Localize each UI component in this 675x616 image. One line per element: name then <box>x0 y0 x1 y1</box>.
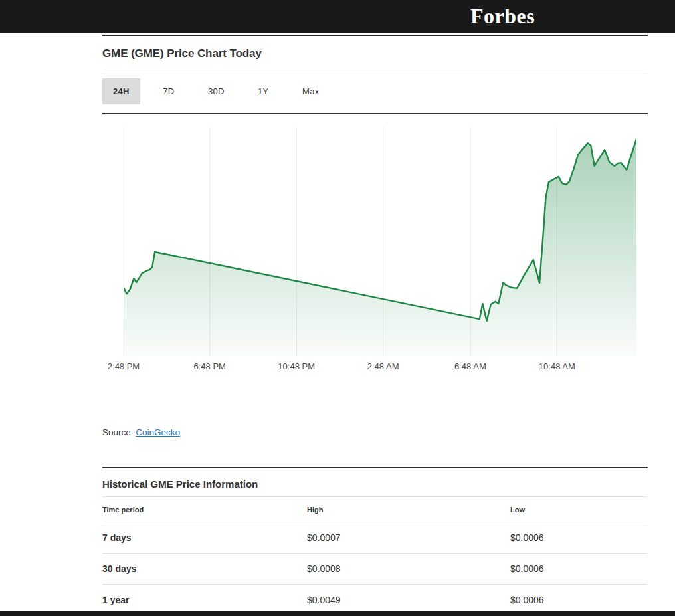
price-chart-area: 2:48 PM6:48 PM10:48 PM2:48 AM6:48 AM10:4… <box>102 114 648 371</box>
table-row: 7 days $0.0007 $0.0006 <box>102 522 648 554</box>
top-nav-bar: Forbes <box>0 0 675 33</box>
historical-title: Historical GME Price Information <box>102 468 648 497</box>
historical-price-table: Time period High Low 7 days $0.0007 $0.0… <box>102 497 648 615</box>
x-axis-label: 6:48 PM <box>193 361 225 371</box>
price-chart-svg[interactable] <box>124 127 636 356</box>
main-content: GME (GME) Price Chart Today 24H 7D 30D 1… <box>102 33 648 615</box>
period-7-days: 7 days <box>102 522 307 554</box>
coingecko-link[interactable]: CoinGecko <box>136 427 180 437</box>
period-30-days: 30 days <box>102 554 307 585</box>
source-line: Source: CoinGecko <box>102 427 648 437</box>
forbes-logo[interactable]: Forbes <box>470 3 535 29</box>
page-title: GME (GME) Price Chart Today <box>102 36 648 70</box>
x-axis-label: 6:48 AM <box>454 361 486 371</box>
tab-30d[interactable]: 30D <box>197 78 235 104</box>
col-header-low: Low <box>510 497 648 522</box>
table-header-row: Time period High Low <box>102 497 648 522</box>
low-7-days: $0.0006 <box>510 522 648 554</box>
high-7-days: $0.0007 <box>307 522 510 554</box>
source-label: Source: <box>102 427 134 437</box>
table-row: 30 days $0.0008 $0.0006 <box>102 554 648 585</box>
low-30-days: $0.0006 <box>510 554 648 585</box>
x-axis-label: 10:48 PM <box>278 361 315 371</box>
tab-1y[interactable]: 1Y <box>247 78 280 104</box>
x-axis-label: 2:48 AM <box>367 361 399 371</box>
range-tabs: 24H 7D 30D 1Y Max <box>102 70 648 114</box>
high-30-days: $0.0008 <box>307 554 510 585</box>
tab-7d[interactable]: 7D <box>152 78 185 104</box>
page: Forbes GME (GME) Price Chart Today 24H 7… <box>0 0 675 616</box>
tab-24h[interactable]: 24H <box>102 78 140 104</box>
price-area-fill <box>124 139 636 356</box>
col-header-time-period: Time period <box>102 497 307 522</box>
col-header-high: High <box>307 497 510 522</box>
x-axis-label: 10:48 AM <box>539 361 575 371</box>
bottom-bar <box>0 611 675 616</box>
x-axis-label: 2:48 PM <box>108 361 140 371</box>
x-axis-labels: 2:48 PM6:48 PM10:48 PM2:48 AM6:48 AM10:4… <box>102 361 648 372</box>
tab-max[interactable]: Max <box>292 78 330 104</box>
